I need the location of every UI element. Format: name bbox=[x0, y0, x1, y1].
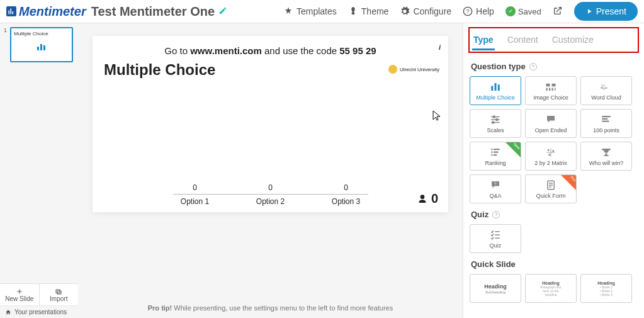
type-quiz[interactable]: Quiz bbox=[470, 224, 521, 253]
slide-editor: i Go to www.menti.com and use the code 5… bbox=[78, 23, 463, 318]
svg-rect-31 bbox=[491, 149, 492, 150]
svg-rect-15 bbox=[546, 88, 548, 91]
svg-rect-28 bbox=[602, 116, 611, 117]
new-badge-icon: New bbox=[505, 142, 521, 158]
type-scales[interactable]: Scales bbox=[470, 109, 521, 138]
slide-title: Multiple Choice bbox=[104, 61, 437, 79]
type-image-choice[interactable]: Image Choice bbox=[525, 76, 577, 105]
university-logo: Utrecht University bbox=[388, 65, 439, 74]
svg-rect-35 bbox=[491, 154, 492, 156]
templates-button[interactable]: Templates bbox=[283, 6, 337, 16]
your-presentations-link[interactable]: Your presentations bbox=[0, 305, 78, 318]
svg-point-39 bbox=[548, 149, 549, 150]
person-icon bbox=[417, 194, 427, 204]
svg-rect-10 bbox=[491, 86, 493, 91]
svg-rect-32 bbox=[494, 149, 500, 150]
check-icon bbox=[506, 6, 516, 16]
chart-bar: 0 Option 2 bbox=[249, 195, 293, 206]
section-quiz: Quiz ? bbox=[463, 203, 644, 224]
info-icon[interactable]: i bbox=[439, 43, 441, 51]
pro-badge-icon: Pro bbox=[560, 174, 577, 191]
type-2by2-matrix[interactable]: 2 by 2 Matrix bbox=[525, 142, 577, 171]
chart-bar: 0 Option 3 bbox=[324, 195, 368, 206]
type-word-cloud[interactable]: WordWordWord Word Cloud bbox=[580, 76, 632, 105]
saved-status: Saved bbox=[506, 6, 541, 16]
bar-chart-icon bbox=[37, 43, 47, 52]
svg-point-23 bbox=[493, 116, 495, 118]
tab-customize[interactable]: Customize bbox=[551, 32, 595, 50]
svg-rect-0 bbox=[9, 11, 10, 14]
svg-rect-18 bbox=[555, 88, 556, 91]
type-100-points[interactable]: 100 points bbox=[580, 109, 632, 138]
svg-rect-34 bbox=[494, 151, 499, 152]
chart-bar: 0 Option 1 bbox=[173, 195, 217, 206]
participant-count: 0 bbox=[417, 191, 438, 206]
svg-rect-14 bbox=[552, 83, 556, 86]
svg-point-25 bbox=[496, 118, 498, 120]
quickslide-paragraph[interactable]: Heading Paragraph text here on the headl… bbox=[525, 274, 577, 303]
svg-rect-6 bbox=[40, 44, 42, 50]
share-icon[interactable] bbox=[553, 6, 563, 18]
svg-rect-17 bbox=[552, 88, 553, 91]
logo[interactable]: Mentimeter bbox=[6, 4, 86, 19]
pro-tip: Pro tip! While presenting, use the setti… bbox=[148, 304, 393, 312]
svg-rect-33 bbox=[491, 151, 492, 152]
thumb-number: 1 bbox=[4, 27, 8, 62]
tab-type[interactable]: Type bbox=[472, 32, 495, 50]
properties-panel: Type Content Customize Question type ? M… bbox=[463, 23, 644, 318]
svg-rect-2 bbox=[13, 11, 14, 14]
svg-point-40 bbox=[553, 150, 554, 151]
svg-rect-30 bbox=[602, 120, 609, 122]
type-multiple-choice[interactable]: Multiple Choice bbox=[470, 76, 521, 105]
theme-button[interactable]: Theme bbox=[348, 6, 389, 16]
svg-text:?: ? bbox=[466, 8, 469, 14]
type-open-ended[interactable]: Open Ended bbox=[525, 109, 577, 138]
svg-rect-16 bbox=[549, 88, 550, 91]
result-chart: 0 Option 1 0 Option 2 0 Option 3 bbox=[104, 79, 437, 206]
svg-text:Word: Word bbox=[602, 89, 606, 90]
slide-sidebar: 1 Multiple Choice New Slide Import bbox=[0, 23, 78, 318]
tab-content[interactable]: Content bbox=[506, 32, 539, 50]
svg-rect-13 bbox=[546, 83, 550, 86]
section-quick-slide: Quick Slide bbox=[463, 253, 644, 274]
type-who-will-win[interactable]: Who will win? bbox=[580, 142, 632, 171]
svg-point-41 bbox=[549, 154, 550, 155]
edit-title-icon[interactable] bbox=[218, 6, 227, 17]
type-qa[interactable]: ? Q&A bbox=[470, 174, 521, 203]
svg-rect-12 bbox=[498, 84, 500, 91]
help-icon[interactable]: ? bbox=[529, 63, 537, 71]
svg-rect-11 bbox=[495, 83, 497, 91]
type-ranking[interactable]: New Ranking bbox=[470, 142, 521, 171]
type-quick-form[interactable]: Pro Quick Form bbox=[525, 174, 577, 203]
svg-rect-1 bbox=[11, 9, 12, 14]
import-button[interactable]: Import bbox=[40, 284, 79, 305]
slide-canvas: i Go to www.menti.com and use the code 5… bbox=[93, 36, 448, 212]
quickslide-heading[interactable]: Heading Subheading bbox=[470, 274, 521, 303]
svg-point-27 bbox=[492, 122, 494, 123]
new-slide-button[interactable]: New Slide bbox=[0, 284, 40, 305]
join-code: Go to www.menti.com and use the code 55 … bbox=[104, 45, 437, 56]
section-question-type: Question type ? bbox=[463, 55, 644, 76]
app-header: Mentimeter Test Mentimeter One Templates… bbox=[0, 0, 644, 23]
quickslide-bullets[interactable]: Heading • Bullet 1 • Bullet 2 • Bullet 3 bbox=[580, 274, 632, 303]
svg-rect-29 bbox=[602, 118, 607, 119]
svg-rect-7 bbox=[43, 45, 45, 50]
uni-crest-icon bbox=[388, 65, 397, 74]
svg-rect-5 bbox=[37, 47, 39, 50]
configure-button[interactable]: Configure bbox=[400, 6, 451, 16]
help-icon[interactable]: ? bbox=[492, 211, 500, 219]
logo-text: Mentimeter bbox=[19, 4, 86, 19]
presentation-title[interactable]: Test Mentimeter One bbox=[91, 4, 215, 19]
present-button[interactable]: Present bbox=[574, 2, 638, 21]
svg-rect-36 bbox=[494, 154, 497, 156]
help-button[interactable]: ? Help bbox=[463, 6, 494, 16]
panel-tabs: Type Content Customize bbox=[468, 27, 639, 53]
slide-thumbnail[interactable]: Multiple Choice bbox=[10, 27, 73, 62]
